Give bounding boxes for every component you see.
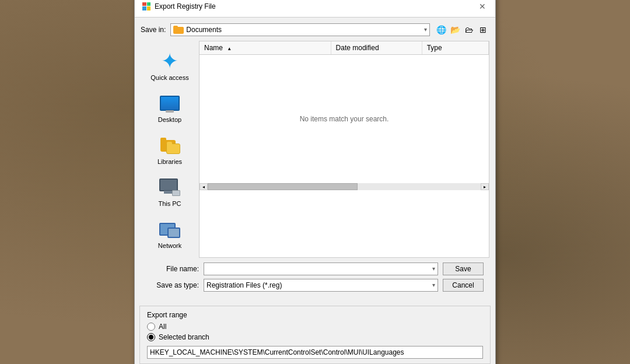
new-folder-button[interactable]: 🗁 — [463, 23, 475, 36]
sidebar-label-desktop: Desktop — [158, 116, 181, 123]
col-header-date[interactable]: Date modified — [331, 41, 422, 54]
all-radio[interactable] — [147, 323, 155, 331]
selected-branch-label: Selected branch — [159, 333, 209, 341]
all-radio-label: All — [159, 323, 166, 331]
file-name-row: File name: ▾ Save — [146, 262, 484, 275]
sidebar: ✦ Quick access Desktop — [141, 41, 199, 258]
sidebar-label-this-pc: This PC — [158, 200, 181, 207]
title-bar-left: Export Registry File — [142, 2, 216, 11]
col-date-label: Date modified — [336, 44, 379, 52]
dialog-body: Save in: Documents ▾ 🌐 📂 🗁 ⊞ — [135, 18, 495, 306]
sidebar-item-libraries[interactable]: Libraries — [144, 130, 196, 169]
save-as-type-input[interactable]: Registration Files (*.reg) ▾ — [204, 279, 438, 292]
horizontal-scrollbar[interactable]: ◂ ▸ — [200, 183, 489, 190]
regedit-icon — [142, 2, 151, 11]
toolbar-icons: 🌐 📂 🗁 ⊞ — [435, 23, 489, 36]
export-registry-dialog: Export Registry File ✕ Save in: Document… — [134, 0, 496, 364]
file-panel-header: Name ▲ Date modified Type — [200, 41, 489, 55]
save-button[interactable]: Save — [443, 262, 484, 275]
col-header-type[interactable]: Type — [422, 41, 489, 54]
empty-message: No items match your search. — [300, 115, 389, 123]
col-name-label: Name — [204, 44, 223, 52]
sidebar-item-desktop[interactable]: Desktop — [144, 88, 196, 127]
radio-row-selected-branch: Selected branch — [147, 333, 483, 341]
views-button[interactable]: ⊞ — [477, 23, 489, 36]
sidebar-label-quick-access: Quick access — [150, 74, 188, 81]
col-header-name[interactable]: Name ▲ — [200, 41, 331, 54]
bottom-fields: File name: ▾ Save Save as type: Registra… — [141, 258, 489, 300]
sort-arrow-icon: ▲ — [227, 46, 232, 51]
title-bar: Export Registry File ✕ — [135, 0, 495, 18]
save-as-type-value: Registration Files (*.reg) — [206, 281, 430, 289]
save-as-type-row: Save as type: Registration Files (*.reg)… — [146, 279, 484, 292]
file-name-label: File name: — [146, 265, 199, 273]
up-folder-button[interactable]: 📂 — [449, 23, 461, 36]
chevron-down-icon: ▾ — [424, 26, 427, 33]
col-type-label: Type — [427, 44, 442, 52]
selected-branch-radio[interactable] — [147, 333, 155, 341]
scrollbar-track[interactable] — [208, 183, 481, 190]
this-pc-icon — [158, 176, 181, 199]
sidebar-item-network[interactable]: Network — [144, 214, 196, 253]
file-list-body: No items match your search. — [200, 55, 489, 183]
scroll-right-button[interactable]: ▸ — [481, 183, 489, 190]
libraries-icon — [158, 134, 181, 157]
scrollbar-thumb[interactable] — [208, 183, 358, 190]
save-in-label: Save in: — [141, 26, 166, 34]
sidebar-label-libraries: Libraries — [158, 158, 182, 165]
sidebar-item-this-pc[interactable]: This PC — [144, 172, 196, 211]
dialog-title: Export Registry File — [155, 2, 216, 10]
save-as-type-label: Save as type: — [146, 281, 199, 289]
export-range-section: Export range All Selected branch — [139, 306, 491, 364]
globe-icon: 🌐 — [436, 25, 446, 34]
sidebar-label-network: Network — [158, 242, 181, 249]
save-in-value: Documents — [186, 26, 422, 34]
save-in-row: Save in: Documents ▾ 🌐 📂 🗁 ⊞ — [141, 23, 489, 36]
folder-icon — [173, 26, 184, 34]
file-name-arrow[interactable]: ▾ — [432, 265, 435, 272]
scroll-left-button[interactable]: ◂ — [200, 183, 208, 190]
export-range-title: Export range — [147, 311, 483, 319]
close-button[interactable]: ✕ — [477, 1, 488, 12]
branch-input[interactable] — [147, 346, 483, 359]
sidebar-item-quick-access[interactable]: ✦ Quick access — [144, 46, 196, 85]
network-icon — [158, 218, 181, 241]
cancel-button[interactable]: Cancel — [443, 279, 484, 292]
file-name-input[interactable]: ▾ — [204, 262, 438, 275]
main-area: ✦ Quick access Desktop — [141, 41, 489, 258]
desktop-icon — [158, 92, 181, 115]
new-folder-icon: 🗁 — [465, 25, 473, 34]
globe-button[interactable]: 🌐 — [435, 23, 447, 36]
save-as-type-arrow[interactable]: ▾ — [432, 282, 435, 288]
up-icon: 📂 — [450, 25, 460, 34]
radio-row-all: All — [147, 323, 483, 331]
views-icon: ⊞ — [480, 25, 487, 34]
quick-access-icon: ✦ — [158, 50, 181, 73]
save-in-dropdown[interactable]: Documents ▾ — [170, 23, 430, 36]
file-panel: Name ▲ Date modified Type No items match… — [199, 41, 489, 258]
